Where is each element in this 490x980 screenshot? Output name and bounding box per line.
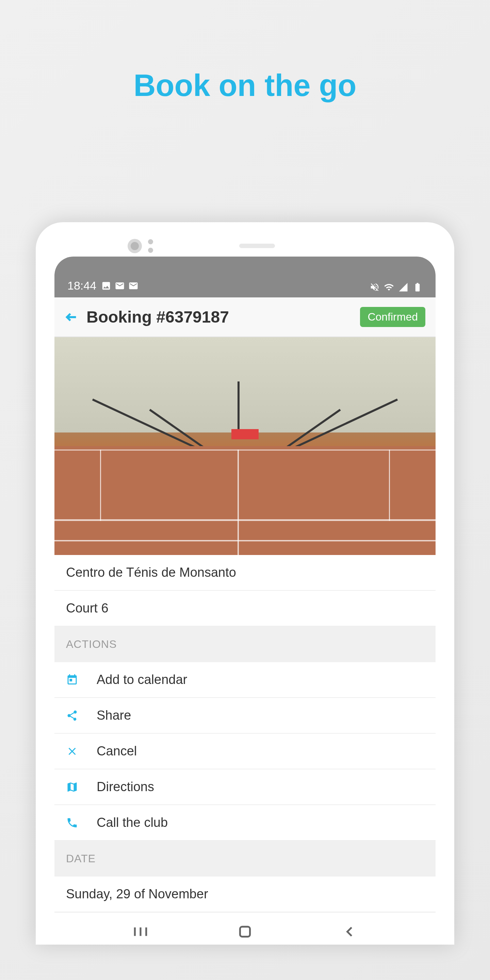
- back-arrow-icon[interactable]: [65, 310, 78, 324]
- svg-rect-0: [240, 927, 250, 937]
- phone-frame: 18:44 Booking #6379187: [36, 222, 454, 945]
- page-title: Booking #6379187: [86, 308, 229, 326]
- mail-icon: [115, 281, 125, 291]
- venue-name: Centro de Ténis de Monsanto: [54, 555, 436, 591]
- directions-button[interactable]: Directions: [54, 769, 436, 805]
- android-nav-bar: [54, 912, 436, 945]
- status-time: 18:44: [67, 279, 96, 292]
- map-icon: [66, 781, 78, 793]
- back-nav-icon[interactable]: [341, 923, 358, 940]
- action-label: Directions: [97, 780, 154, 794]
- mute-icon: [369, 282, 380, 292]
- phone-icon: [66, 817, 78, 829]
- wifi-icon: [384, 282, 394, 292]
- close-icon: [66, 745, 78, 757]
- home-icon[interactable]: [237, 923, 253, 940]
- recent-apps-icon[interactable]: [132, 923, 149, 940]
- cancel-button[interactable]: Cancel: [54, 733, 436, 769]
- status-badge: Confirmed: [360, 307, 425, 327]
- signal-icon: [398, 282, 408, 292]
- date-section-header: DATE: [54, 841, 436, 877]
- app-header: Booking #6379187 Confirmed: [54, 298, 436, 337]
- share-icon: [66, 710, 78, 722]
- actions-section-header: ACTIONS: [54, 627, 436, 662]
- action-label: Cancel: [97, 744, 137, 759]
- booking-date: Sunday, 29 of November: [54, 877, 436, 912]
- share-button[interactable]: Share: [54, 698, 436, 733]
- sensor-dot-icon: [148, 239, 153, 244]
- action-label: Add to calendar: [97, 672, 187, 687]
- phone-hardware-top: [54, 241, 436, 256]
- speaker-icon: [239, 243, 275, 248]
- mail-icon: [128, 281, 138, 291]
- phone-screen: 18:44 Booking #6379187: [54, 256, 436, 945]
- venue-image: [54, 337, 436, 555]
- add-to-calendar-button[interactable]: Add to calendar: [54, 662, 436, 698]
- action-label: Call the club: [97, 815, 168, 830]
- sensor-dot-icon: [148, 248, 153, 253]
- court-name: Court 6: [54, 591, 436, 627]
- call-club-button[interactable]: Call the club: [54, 805, 436, 841]
- battery-icon: [412, 282, 423, 292]
- calendar-icon: [66, 674, 78, 686]
- image-icon: [101, 281, 111, 291]
- promo-title: Book on the go: [0, 0, 490, 137]
- action-label: Share: [97, 708, 131, 723]
- camera-icon: [127, 239, 142, 253]
- status-bar: 18:44: [54, 256, 436, 298]
